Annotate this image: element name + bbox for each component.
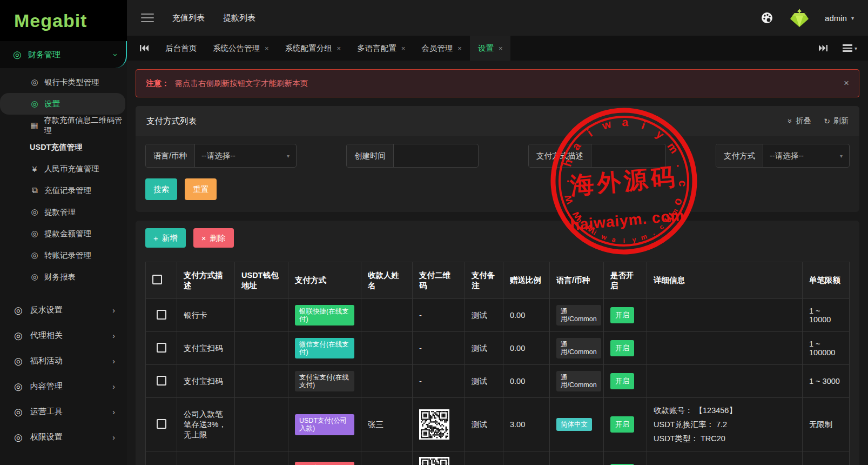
add-button[interactable]: + 新增 [145, 228, 186, 248]
status-cell: 开启 [604, 398, 647, 451]
sidebar-item[interactable]: ◎提款金额管理 [0, 223, 127, 244]
sidebar: Megabit ◎ 财务管理 › ◎银行卡类型管理◎设置▦存款充值信息二维码管理… [0, 0, 127, 465]
close-tab-icon[interactable]: × [337, 44, 341, 52]
select-all-checkbox[interactable] [152, 275, 162, 284]
filter-label: 创建时间 [347, 144, 394, 167]
sidebar-item[interactable]: ◎提款管理 [0, 201, 127, 223]
method-cell: 微信支付(在线支付) [288, 332, 361, 365]
hamburger-menu-icon[interactable] [141, 14, 154, 22]
caret-down-icon: ▾ [851, 15, 854, 21]
tab-options-menu-icon[interactable]: ▾ [843, 44, 857, 52]
search-button[interactable]: 搜索 [145, 178, 177, 200]
header-right: admin ▾ [760, 8, 854, 28]
delete-button[interactable]: × 删除 [193, 228, 234, 248]
tab[interactable]: 多语言配置× [349, 36, 413, 61]
circle-icon: ◎ [30, 272, 39, 282]
sidebar-item[interactable]: USDT充值管理 [0, 136, 127, 158]
tab[interactable]: 会员管理× [413, 36, 470, 61]
username-label: admin [825, 14, 847, 23]
filter-input[interactable] [394, 144, 478, 167]
filter-select[interactable]: --请选择--▾ [195, 144, 296, 167]
tab[interactable]: 系统公告管理× [205, 36, 277, 61]
payee-cell [361, 332, 413, 365]
wallet-cell [235, 451, 288, 465]
row-checkbox[interactable] [157, 343, 166, 353]
filter-text-input[interactable] [598, 151, 659, 160]
sidebar-group[interactable]: ◎福利活动› [0, 348, 127, 374]
status-badge: 开启 [610, 416, 634, 433]
filter-input[interactable] [591, 144, 665, 167]
sidebar-group-label: 福利活动 [30, 356, 63, 366]
close-tab-icon[interactable]: × [401, 44, 406, 52]
tab-label: 设置 [478, 43, 494, 54]
sidebar-item[interactable]: ◎设置 [0, 93, 125, 115]
filter-row: 语言/币种--请选择--▾创建时间支付方式描述支付方式--请选择--▾ [145, 144, 850, 168]
header-cell: 支付备注 [465, 262, 503, 299]
close-tab-icon[interactable]: × [457, 44, 462, 52]
sidebar-item[interactable]: ◎银行卡类型管理 [0, 71, 127, 93]
sidebar-item[interactable]: ◎转账记录管理 [0, 244, 127, 266]
filter-select[interactable]: --请选择--▾ [763, 144, 849, 167]
qr-code-image [419, 457, 458, 465]
row-checkbox[interactable] [157, 310, 166, 320]
sidebar-group-label: 运营工具 [30, 407, 63, 417]
rewind-tabs-icon[interactable] [134, 45, 154, 51]
sidebar-group[interactable]: ◎代理相关› [0, 323, 127, 348]
sidebar-item-finance[interactable]: ◎ 财务管理 › [0, 41, 127, 68]
panel-tools: » 折叠 ↻ 刷新 [788, 116, 849, 126]
filter-text-input[interactable] [400, 151, 472, 160]
desc-cell: 支付宝扫码 [177, 332, 235, 365]
row-checkbox[interactable] [157, 376, 166, 386]
ratio-cell: 3.00 [503, 398, 550, 451]
qr-cell: - [413, 332, 465, 365]
sidebar-item[interactable]: ⧉充值记录管理 [0, 180, 127, 201]
user-menu[interactable]: admin ▾ [825, 14, 854, 23]
alert-message: 需点击右侧刷新按钮文字才能刷新本页 [175, 78, 308, 89]
close-tab-icon[interactable]: × [499, 44, 503, 52]
forward-tabs-icon[interactable] [813, 45, 833, 51]
sidebar-item-label: 充值记录管理 [44, 185, 91, 196]
gem-avatar-icon[interactable] [788, 8, 811, 28]
remark-cell: 测试 [465, 398, 503, 451]
header-cell: 是否开启 [604, 262, 647, 299]
chevron-right-icon: › [112, 357, 115, 366]
filter-group: 支付方式--请选择--▾ [716, 144, 850, 168]
sidebar-parent-label: 财务管理 [28, 50, 60, 60]
sidebar-item[interactable]: ◎财务报表 [0, 266, 127, 288]
sidebar-item[interactable]: ¥人民币充值管理 [0, 158, 127, 180]
checkbox-cell [146, 332, 177, 365]
wallet-cell [235, 398, 288, 451]
topnav-item[interactable]: 提款列表 [223, 13, 255, 23]
close-tab-icon[interactable]: × [265, 44, 269, 52]
sidebar-group[interactable]: ◎内容管理› [0, 374, 127, 399]
sidebar-group[interactable]: ◎运营工具› [0, 399, 127, 424]
filter-group: 创建时间 [346, 144, 479, 168]
times-icon: × [201, 234, 206, 243]
tab-label: 会员管理 [421, 43, 453, 54]
topnav-item[interactable]: 充值列表 [172, 13, 205, 23]
sidebar-group[interactable]: ◎权限设置› [0, 424, 127, 450]
wallet-cell [235, 299, 288, 332]
filter-label: 支付方式 [716, 144, 763, 167]
payee-cell [361, 299, 413, 332]
tab[interactable]: 设置× [470, 36, 511, 61]
sidebar-item[interactable]: ▦存款充值信息二维码管理 [0, 115, 127, 136]
collapse-button[interactable]: » 折叠 [788, 116, 811, 126]
sidebar-group[interactable]: ◎反水设置› [0, 297, 127, 323]
reset-button[interactable]: 重置 [185, 178, 217, 200]
row-checkbox[interactable] [157, 419, 166, 429]
tab[interactable]: 系统配置分组× [277, 36, 349, 61]
method-badge: 支付宝支付(公司入款) [295, 462, 354, 465]
caret-down-icon: ▾ [854, 45, 857, 51]
detail-cell: 收款账号： 【123456】USDT兑换汇率： 7.2USDT类型： TRC20 [647, 398, 803, 451]
tab[interactable]: 后台首页 [157, 36, 205, 61]
method-cell: USDT支付(公司入款) [288, 398, 361, 451]
palette-icon[interactable] [760, 11, 774, 25]
header-cell: 赠送比例 [503, 262, 550, 299]
app-logo[interactable]: Megabit [14, 10, 87, 31]
close-alert-icon[interactable]: × [844, 78, 849, 89]
refresh-button[interactable]: ↻ 刷新 [824, 116, 849, 126]
checkbox-cell [146, 299, 177, 332]
desc-cell: 公司入款笔笔存送3%，无上限 [177, 398, 235, 451]
tab-label: 系统配置分组 [285, 43, 332, 54]
